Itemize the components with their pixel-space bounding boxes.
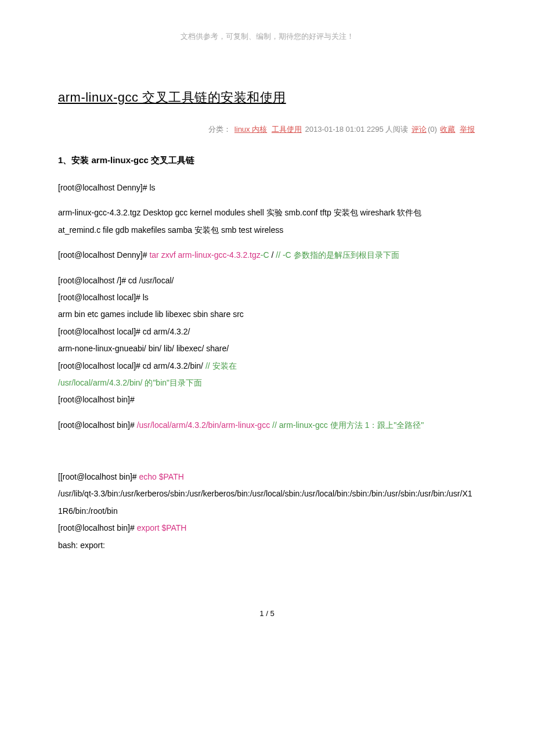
ls-local-output: arm bin etc games include lib libexec sb… <box>58 309 244 319</box>
header-disclaimer: 文档供参考，可复制、编制，期待您的好评与关注！ <box>58 29 476 44</box>
meta-space <box>456 125 459 134</box>
export-cmd: export $PATH <box>137 523 187 532</box>
ls-local: [root@localhost local]# ls <box>58 293 149 302</box>
gcc-usage-comment: // arm-linux-gcc 使用方法 1：跟上"全路径" <box>272 420 424 430</box>
path-output: /usr/lib/qt-3.3/bin:/usr/kerberos/sbin:/… <box>58 489 472 515</box>
prompt: [root@localhost Denny]# <box>58 250 149 260</box>
tar-arg-c: -C <box>261 250 269 260</box>
page-number: 1 / 5 <box>58 606 476 621</box>
gcc-fullpath-cmd: /usr/local/arm/4.3.2/bin/arm-linux-gcc <box>137 420 270 430</box>
terminal-output: arm-linux-gcc-4.3.2.tgz Desktop gcc kern… <box>58 204 476 239</box>
ls-arm-output: arm-none-linux-gnueabi/ bin/ lib/ libexe… <box>58 344 229 353</box>
tar-command-line: [root@localhost Denny]# tar zxvf arm-lin… <box>58 247 476 264</box>
article-meta: 分类： linux 内核 工具使用 2013-01-18 01:01 2295 … <box>58 122 476 137</box>
report-link[interactable]: 举报 <box>460 125 475 134</box>
comments-link[interactable]: 评论 <box>412 125 427 134</box>
cd-arm-432: [root@localhost local]# cd arm/4.3.2/ <box>58 327 190 336</box>
tar-command: tar zxvf arm-linux-gcc-4.3.2.tgz <box>149 250 260 260</box>
terminal-line: [root@localhost Denny]# ls <box>58 179 476 196</box>
terminal-block: [root@localhost /]# cd /usr/local/ [root… <box>58 272 476 409</box>
favorite-link[interactable]: 收藏 <box>440 125 455 134</box>
install-comment-b: /usr/local/arm/4.3.2/bin/ 的"bin"目录下面 <box>58 378 202 387</box>
category-link-linux-kernel[interactable]: linux 内核 <box>234 125 267 134</box>
ls-output-row2: at_remind.c file gdb makefiles samba 安装包… <box>58 225 283 235</box>
path-block: [[root@localhost bin]# echo $PATH /usr/l… <box>58 469 476 554</box>
meta-datetime-reads: 2013-01-18 01:01 2295 人阅读 <box>305 125 410 134</box>
prompt: [root@localhost bin]# <box>58 420 137 430</box>
prompt-echo-path: [[root@localhost bin]# <box>58 472 139 481</box>
section-heading-install: 1、安装 arm-linux-gcc 交叉工具链 <box>58 152 476 169</box>
tar-slash: / <box>269 250 276 260</box>
cd-bin: [root@localhost local]# cd arm/4.3.2/bin… <box>58 361 205 370</box>
echo-path-cmd: echo $PATH <box>139 472 184 481</box>
prompt-export: [root@localhost bin]# <box>58 523 137 532</box>
prompt-bin: [root@localhost bin]# <box>58 395 135 404</box>
bash-export-error: bash: export: <box>58 541 105 550</box>
install-comment-a: // 安装在 <box>205 361 237 370</box>
category-link-tools[interactable]: 工具使用 <box>272 125 302 134</box>
ls-output-row1: arm-linux-gcc-4.3.2.tgz Desktop gcc kern… <box>58 208 421 217</box>
comments-count: (0) <box>428 125 439 134</box>
page-title: arm-linux-gcc 交叉工具链的安装和使用 <box>58 85 476 110</box>
gcc-fullpath-line: [root@localhost bin]# /usr/local/arm/4.3… <box>58 417 476 434</box>
category-label: 分类： <box>208 125 231 134</box>
tar-comment: // -C 参数指的是解压到根目录下面 <box>276 250 399 260</box>
cd-usr-local: [root@localhost /]# cd /usr/local/ <box>58 276 174 285</box>
